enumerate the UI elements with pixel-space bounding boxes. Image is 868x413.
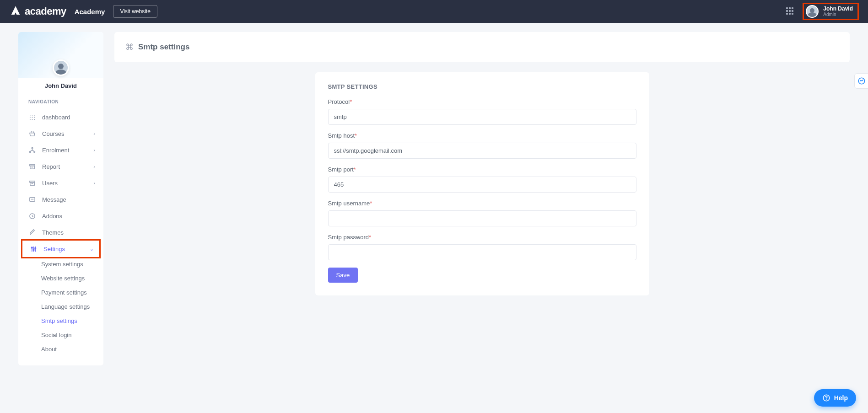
card-title: SMTP SETTINGS [328, 83, 636, 90]
grid-dots-icon [28, 113, 36, 121]
user-meta: John David Admin [823, 5, 853, 17]
svg-point-8 [34, 119, 35, 120]
sidebar-item-enrolment[interactable]: Enrolment › [18, 142, 103, 158]
input-password[interactable] [328, 244, 636, 260]
messenger-icon [857, 77, 866, 85]
chevron-right-icon: › [93, 180, 95, 186]
svg-point-0 [29, 114, 30, 115]
header-user-role: Admin [823, 12, 853, 17]
sidebar-sub-language[interactable]: Language settings [18, 300, 103, 314]
chevron-right-icon: › [93, 131, 95, 136]
svg-point-2 [34, 114, 35, 115]
svg-point-5 [34, 117, 35, 118]
sidebar-item-label: Courses [42, 130, 64, 137]
svg-point-3 [29, 117, 30, 118]
basket-icon [28, 130, 36, 137]
hierarchy-icon [28, 146, 36, 154]
sidebar-item-label: Enrolment [42, 147, 69, 154]
field-protocol: Protocol* [328, 98, 636, 125]
archive-icon [28, 179, 36, 187]
header-user-name: John David [823, 5, 853, 12]
sidebar-item-report[interactable]: Report › [18, 158, 103, 175]
sidebar-avatar-icon [53, 59, 69, 76]
sidebar-sub-smtp[interactable]: Smtp settings [18, 314, 103, 328]
svg-point-4 [32, 117, 32, 118]
clock-icon [28, 212, 36, 220]
sidebar-item-courses[interactable]: Courses › [18, 125, 103, 142]
sidebar-item-label: Settings [43, 246, 65, 252]
user-menu[interactable]: John David Admin [803, 3, 859, 20]
chevron-right-icon: › [93, 147, 95, 153]
input-username[interactable] [328, 210, 636, 226]
svg-point-18 [31, 247, 32, 248]
chevron-down-icon: ⌄ [90, 246, 94, 252]
label-port: Smtp port* [328, 166, 636, 173]
avatar-icon [806, 5, 819, 18]
settings-highlight-annotation: Settings ⌄ [21, 239, 101, 258]
sidebar-user-name: John David [18, 78, 103, 97]
sidebar-item-label: Message [42, 196, 66, 203]
label-username: Smtp username* [328, 200, 636, 207]
logo-icon [9, 5, 22, 18]
svg-point-1 [32, 114, 32, 115]
page-title: Smtp settings [138, 43, 189, 52]
brand-name: Academy [75, 8, 105, 16]
message-icon [28, 196, 36, 203]
sidebar-sub-payment[interactable]: Payment settings [18, 285, 103, 300]
sidebar-item-label: dashboard [42, 114, 70, 121]
save-button[interactable]: Save [328, 268, 358, 283]
topbar-left: academy Academy Visit website [9, 5, 157, 18]
svg-point-11 [33, 151, 35, 152]
sidebar: John David NAVIGATION dashboard Courses … [18, 32, 103, 365]
svg-point-7 [32, 119, 32, 120]
sidebar-item-themes[interactable]: Themes [18, 224, 103, 241]
command-icon: ⌘ [125, 42, 134, 52]
sidebar-item-dashboard[interactable]: dashboard [18, 109, 103, 125]
visit-website-button[interactable]: Visit website [113, 5, 157, 18]
field-port: Smtp port* [328, 166, 636, 193]
smtp-settings-card: SMTP SETTINGS Protocol* Smtp host* Smtp … [315, 72, 649, 295]
input-port[interactable] [328, 177, 636, 193]
logo-text: academy [25, 5, 66, 17]
sidebar-item-label: Addons [42, 213, 62, 220]
label-protocol: Protocol* [328, 98, 636, 105]
svg-point-6 [29, 119, 30, 120]
svg-point-20 [34, 247, 36, 249]
input-host[interactable] [328, 143, 636, 159]
sidebar-header [18, 32, 103, 78]
archive-icon [28, 163, 36, 170]
page-header: ⌘ Smtp settings [114, 32, 850, 62]
label-host: Smtp host* [328, 132, 636, 139]
sidebar-sub-website[interactable]: Website settings [18, 271, 103, 285]
label-password: Smtp password* [328, 234, 636, 241]
brush-icon [28, 229, 36, 236]
sidebar-item-label: Report [42, 163, 60, 170]
sliders-icon [30, 245, 37, 252]
svg-point-10 [29, 151, 31, 152]
input-protocol[interactable] [328, 109, 636, 125]
sidebar-item-label: Users [42, 180, 58, 187]
nav-heading: NAVIGATION [18, 97, 103, 109]
sidebar-sub-label: Smtp settings [41, 317, 77, 324]
topbar-right: John David Admin [786, 3, 859, 20]
sidebar-item-message[interactable]: Message [18, 191, 103, 208]
sidebar-item-addons[interactable]: Addons [18, 208, 103, 224]
sidebar-sub-system[interactable]: System settings [18, 257, 103, 271]
field-password: Smtp password* [328, 234, 636, 260]
chevron-right-icon: › [93, 164, 95, 169]
sidebar-item-label: Themes [42, 229, 64, 236]
main-content: ⌘ Smtp settings SMTP SETTINGS Protocol* … [114, 32, 850, 295]
field-username: Smtp username* [328, 200, 636, 226]
sidebar-sub-about[interactable]: About [18, 342, 103, 356]
apps-grid-icon[interactable] [786, 7, 794, 16]
sidebar-item-users[interactable]: Users › [18, 175, 103, 191]
field-host: Smtp host* [328, 132, 636, 159]
svg-point-9 [32, 147, 33, 149]
logo[interactable]: academy [9, 5, 66, 18]
svg-point-19 [33, 249, 34, 250]
topbar: academy Academy Visit website John David… [0, 0, 868, 23]
sidebar-sub-social[interactable]: Social login [18, 328, 103, 342]
chat-tab-button[interactable] [854, 73, 868, 89]
sidebar-item-settings[interactable]: Settings ⌄ [22, 241, 99, 257]
